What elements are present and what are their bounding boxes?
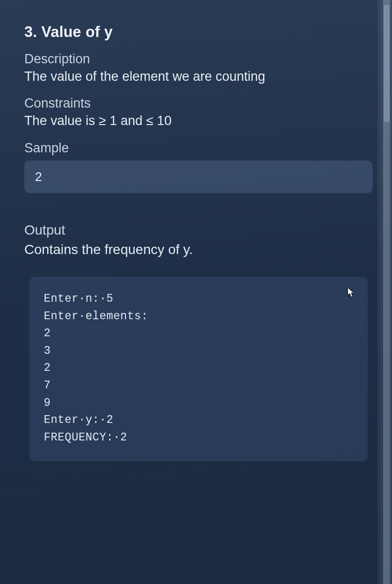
problem-panel: 3. Value of y Description The value of t… [0, 0, 392, 584]
scrollbar-thumb[interactable] [384, 5, 390, 122]
sample-value: 2 [35, 169, 42, 184]
scrollbar-track[interactable] [383, 0, 390, 584]
output-section: Output Contains the frequency of y. Ente… [24, 222, 373, 461]
output-code-box: Enter·n:·5 Enter·elements: 2 3 2 7 9 Ent… [29, 277, 368, 461]
constraints-text: The value is ≥ 1 and ≤ 10 [24, 112, 373, 129]
output-code: Enter·n:·5 Enter·elements: 2 3 2 7 9 Ent… [44, 291, 353, 447]
constraints-label: Constraints [24, 96, 373, 111]
output-text: Contains the frequency of y. [24, 242, 373, 257]
sample-label: Sample [24, 141, 373, 156]
output-label: Output [24, 222, 373, 238]
description-text: The value of the element we are counting [24, 68, 373, 85]
description-label: Description [24, 52, 373, 67]
right-edge [378, 0, 392, 584]
section-title: 3. Value of y [24, 23, 373, 41]
sample-box: 2 [24, 161, 373, 193]
